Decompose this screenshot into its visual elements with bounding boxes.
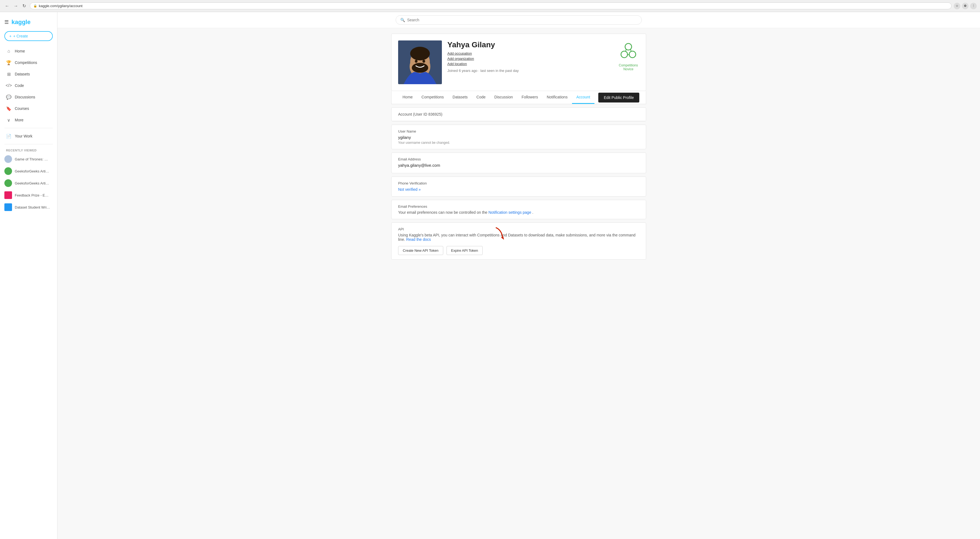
sidebar-item-home[interactable]: ⌂ Home (2, 46, 56, 57)
reload-button[interactable]: ↻ (21, 2, 28, 10)
tab-code[interactable]: Code (472, 91, 490, 104)
add-location-link[interactable]: Add location (447, 62, 612, 66)
list-item[interactable]: Feedback Prize - Evalu... (0, 189, 57, 201)
svg-point-3 (410, 47, 430, 60)
tab-notifications[interactable]: Notifications (542, 91, 572, 104)
main-content: 🔍 (57, 12, 980, 539)
sidebar-item-more[interactable]: ∨ More (2, 114, 56, 126)
trophy-icon: 🏆 (6, 60, 11, 65)
kaggle-logo: kaggle (11, 19, 30, 26)
profile-tabs: Home Competitions Datasets Code Discussi… (391, 91, 646, 104)
tabs-list: Home Competitions Datasets Code Discussi… (398, 91, 595, 104)
email-label: Email Address (398, 157, 639, 161)
recent-item-label-dataset-student: Dataset Student Writing (15, 205, 50, 209)
sidebar-item-label-discussions: Discussions (15, 95, 35, 99)
sidebar: ☰ kaggle + + Create ⌂ Home 🏆 Competition… (0, 12, 57, 539)
thumbnail-gfg1 (5, 167, 12, 175)
bookmark-button[interactable]: ☆ (954, 3, 960, 9)
api-buttons: Create New API Token Expire API Token (398, 246, 639, 255)
create-icon: + (9, 34, 11, 38)
sidebar-item-label-datasets: Datasets (15, 72, 30, 76)
thumbnail-feedback (5, 191, 12, 199)
sidebar-item-discussions[interactable]: 💬 Discussions (2, 92, 56, 102)
tab-datasets[interactable]: Datasets (448, 91, 472, 104)
svg-point-8 (621, 51, 628, 58)
list-item[interactable]: GeeksforGeeks Article ... (0, 165, 57, 177)
phone-body: Phone Verification Not verified » (391, 177, 646, 196)
sidebar-item-label-courses: Courses (15, 107, 29, 111)
tab-account[interactable]: Account (572, 91, 595, 104)
username-label: User Name (398, 129, 639, 134)
phone-section: Phone Verification Not verified » (391, 176, 646, 197)
search-input[interactable] (407, 18, 637, 22)
address-bar[interactable]: 🔒 kaggle.com/ygilany/account (30, 2, 951, 9)
email-value: yahya.gilany@live.com (398, 163, 639, 167)
extensions-button[interactable]: ⚙ (962, 3, 969, 9)
tab-competitions[interactable]: Competitions (417, 91, 448, 104)
hamburger-button[interactable]: ☰ (5, 19, 9, 25)
chevron-down-icon: ∨ (6, 117, 11, 123)
create-label: + Create (13, 34, 28, 38)
code-icon: </> (6, 83, 11, 88)
tab-discussion[interactable]: Discussion (490, 91, 517, 104)
recent-item-label-gfg1: GeeksforGeeks Article ... (15, 169, 50, 173)
api-label: API (398, 227, 639, 231)
svg-line-10 (625, 49, 626, 51)
profile-container: Yahya Gilany Add occupation Add organiza… (385, 28, 653, 265)
badge-label: Competitions Novice (619, 64, 638, 71)
tab-followers[interactable]: Followers (517, 91, 542, 104)
email-prefs-label: Email Preferences (398, 204, 639, 208)
search-icon: 🔍 (400, 18, 405, 22)
sidebar-item-code[interactable]: </> Code (2, 80, 56, 91)
sidebar-item-label-your-work: Your Work (15, 134, 33, 138)
edit-profile-button[interactable]: Edit Public Profile (598, 93, 639, 102)
menu-button[interactable]: ⋮ (970, 3, 977, 9)
read-docs-link[interactable]: Read the docs (406, 237, 431, 242)
lock-icon: 🔒 (33, 4, 37, 8)
sidebar-item-your-work[interactable]: 📄 Your Work (2, 130, 56, 142)
svg-point-6 (422, 60, 425, 63)
list-item[interactable]: Game of Thrones: Net... (0, 153, 57, 165)
not-verified-link[interactable]: Not verified » (398, 187, 420, 192)
create-api-token-button[interactable]: Create New API Token (398, 246, 443, 255)
add-occupation-link[interactable]: Add occupation (447, 51, 612, 56)
notification-settings-link[interactable]: Notification settings page (488, 210, 531, 215)
sidebar-item-competitions[interactable]: 🏆 Competitions (2, 57, 56, 68)
username-section: User Name ygilany Your username cannot b… (391, 125, 646, 149)
api-body: API Using Kaggle's beta API, you can int… (391, 223, 646, 259)
file-icon: 📄 (6, 134, 11, 139)
list-item[interactable]: Dataset Student Writing (0, 201, 57, 213)
list-item[interactable]: GeeksforGeeks Articles (0, 177, 57, 189)
username-note: Your username cannot be changed. (398, 141, 639, 145)
username-value: ygilany (398, 135, 639, 140)
forward-button[interactable]: → (12, 2, 20, 10)
svg-point-4 (412, 63, 428, 73)
browser-nav-buttons: ← → ↻ (3, 2, 28, 10)
expire-api-token-button[interactable]: Expire API Token (447, 246, 483, 255)
email-body: Email Address yahya.gilany@live.com (391, 153, 646, 173)
url-text: kaggle.com/ygilany/account (39, 4, 83, 8)
sidebar-navigation: ⌂ Home 🏆 Competitions ⊞ Datasets </> Cod… (0, 45, 57, 213)
create-button[interactable]: + + Create (5, 31, 53, 41)
sidebar-item-label-code: Code (15, 83, 24, 88)
profile-joined-text: Joined 6 years ago · last seen in the pa… (447, 68, 612, 73)
nav-divider (5, 128, 53, 128)
add-organization-link[interactable]: Add organization (447, 57, 612, 61)
api-section: API Using Kaggle's beta API, you can int… (391, 223, 646, 260)
sidebar-item-datasets[interactable]: ⊞ Datasets (2, 68, 56, 79)
username-body: User Name ygilany Your username cannot b… (391, 125, 646, 149)
home-icon: ⌂ (6, 48, 11, 54)
recent-item-label-feedback: Feedback Prize - Evalu... (15, 193, 50, 197)
search-bar: 🔍 (396, 15, 642, 25)
svg-point-7 (625, 43, 632, 50)
browser-chrome: ← → ↻ 🔒 kaggle.com/ygilany/account ☆ ⚙ ⋮ (0, 0, 980, 12)
profile-name: Yahya Gilany (447, 40, 612, 49)
tab-home[interactable]: Home (398, 91, 417, 104)
recent-item-label-gfg2: GeeksforGeeks Articles (15, 181, 50, 185)
back-button[interactable]: ← (3, 2, 11, 10)
bookmark-icon: 🔖 (6, 106, 11, 111)
sidebar-item-courses[interactable]: 🔖 Courses (2, 103, 56, 114)
email-prefs-section: Email Preferences Your email preferences… (391, 200, 646, 219)
account-section: Account (User ID 836925) (391, 107, 646, 121)
api-text: Using Kaggle's beta API, you can interac… (398, 233, 639, 242)
